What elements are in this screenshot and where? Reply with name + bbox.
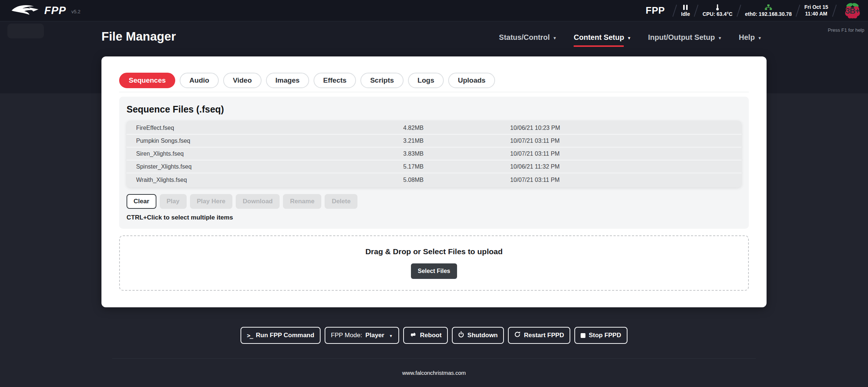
- chevron-down-icon: ▼: [758, 36, 762, 40]
- nav-menu-label: Help: [739, 33, 755, 42]
- stop-fppd-button[interactable]: Stop FPPD: [574, 327, 627, 344]
- tab[interactable]: Sequences: [119, 73, 175, 88]
- divider: [796, 4, 800, 17]
- file-size: 5.08MB: [403, 177, 510, 183]
- file-size: 3.83MB: [403, 151, 510, 157]
- pause-icon: [683, 4, 688, 10]
- select-files-button[interactable]: Select Files: [411, 263, 457, 279]
- page-title: File Manager: [101, 30, 176, 44]
- pi-model-label: 3B+: [842, 6, 863, 16]
- action-button[interactable]: Delete: [325, 194, 357, 209]
- falcon-logo-icon: [10, 3, 41, 18]
- hostname-label: FPP: [646, 5, 665, 16]
- nav-menu-item[interactable]: Help ▼: [739, 33, 762, 42]
- file-size: 3.21MB: [403, 138, 510, 144]
- fpp-mode-value: Player: [366, 332, 384, 339]
- tab[interactable]: Scripts: [360, 73, 403, 88]
- main-menu: Status/Control ▼ Content Setup ▼ Input/O…: [499, 33, 762, 42]
- chevron-down-icon: ▼: [389, 334, 393, 338]
- footer-divider: [112, 358, 756, 359]
- file-date: 10/07/21 03:11 PM: [510, 138, 741, 144]
- power-icon: [458, 331, 464, 339]
- run-fpp-command-label: Run FPP Command: [256, 332, 314, 339]
- action-button[interactable]: Play Here: [190, 194, 233, 209]
- tab[interactable]: Video: [223, 73, 261, 88]
- brand-group[interactable]: FPP v5.2: [10, 3, 80, 18]
- shutdown-button[interactable]: Shutdown: [452, 327, 504, 344]
- file-size: 4.82MB: [403, 125, 510, 131]
- table-row[interactable]: Wraith_Xlights.fseq 5.08MB 10/07/21 03:1…: [127, 173, 741, 186]
- network-icon: [765, 4, 772, 10]
- chevron-down-icon: ▼: [627, 36, 631, 40]
- terminal-icon: >_: [247, 332, 252, 339]
- dropzone-heading: Drag & Drop or Select Files to upload: [365, 247, 502, 256]
- multi-select-hint: CTRL+Click to select multiple items: [127, 214, 741, 221]
- table-row[interactable]: Pumpkin Songs.fseq 3.21MB 10/07/21 03:11…: [127, 135, 741, 148]
- file-date: 10/07/21 03:11 PM: [510, 151, 741, 157]
- file-name: Pumpkin Songs.fseq: [127, 138, 403, 144]
- site-link[interactable]: www.falconchristmas.com: [0, 370, 868, 376]
- action-button[interactable]: Rename: [283, 194, 321, 209]
- file-type-tabs: Sequences Audio Video Images Effects Scr…: [119, 73, 749, 88]
- nav-menu-item[interactable]: Content Setup ▼: [574, 33, 631, 42]
- divider: [736, 4, 741, 17]
- stop-square-icon: [581, 333, 585, 338]
- nav-menu-item[interactable]: Input/Output Setup ▼: [648, 33, 722, 42]
- action-button[interactable]: Play: [160, 194, 187, 209]
- reboot-button[interactable]: Reboot: [403, 327, 448, 344]
- nav-menu-item[interactable]: Status/Control ▼: [499, 33, 557, 42]
- sequence-files-panel: Sequence Files (.fseq) FireEffect.fseq 4…: [119, 97, 749, 229]
- network-status: eth0: 192.168.30.78: [745, 4, 792, 17]
- nav-menu-label: Content Setup: [574, 33, 624, 42]
- file-manager-card: Sequences Audio Video Images Effects Scr…: [101, 56, 767, 307]
- hidden-skip-button[interactable]: [7, 24, 44, 38]
- reboot-label: Reboot: [420, 332, 442, 339]
- datetime-status: Fri Oct 15 11:40 AM: [804, 4, 828, 17]
- panel-heading: Sequence Files (.fseq): [127, 104, 741, 115]
- fpp-mode-dropdown[interactable]: FPP Mode: Player ▼: [325, 327, 399, 344]
- shutdown-label: Shutdown: [467, 332, 498, 339]
- version-label: v5.2: [71, 9, 80, 14]
- thermometer-icon: [716, 4, 719, 10]
- tab[interactable]: Audio: [180, 73, 219, 88]
- date-label: Fri Oct 15: [804, 4, 828, 11]
- upload-dropzone[interactable]: Drag & Drop or Select Files to upload Se…: [119, 235, 749, 291]
- cpu-temp-label: CPU: 63.4°C: [702, 11, 732, 17]
- file-name: Wraith_Xlights.fseq: [127, 177, 403, 183]
- file-size: 5.17MB: [403, 163, 510, 170]
- table-row[interactable]: Spinster_Xlights.fseq 5.17MB 10/06/21 11…: [127, 160, 741, 173]
- restart-fppd-label: Restart FPPD: [524, 332, 564, 339]
- tabs-divider: [119, 92, 749, 92]
- repeat-icon: [409, 332, 417, 339]
- tab[interactable]: Effects: [314, 73, 356, 88]
- nav-menu-label: Input/Output Setup: [648, 33, 715, 42]
- time-label: 11:40 AM: [804, 11, 828, 17]
- stop-fppd-label: Stop FPPD: [589, 332, 621, 339]
- status-bar: FPP Idle CPU: 63.4°C: [646, 2, 863, 20]
- tab[interactable]: Images: [266, 73, 309, 88]
- tab[interactable]: Logs: [408, 73, 444, 88]
- restart-fppd-button[interactable]: Restart FPPD: [508, 327, 570, 344]
- chevron-down-icon: ▼: [553, 36, 557, 40]
- network-label: eth0: 192.168.30.78: [745, 11, 792, 17]
- refresh-icon: [514, 331, 521, 339]
- nav-menu-label: Status/Control: [499, 33, 550, 42]
- run-fpp-command-button[interactable]: >_ Run FPP Command: [241, 327, 321, 344]
- table-row[interactable]: FireEffect.fseq 4.82MB 10/06/21 10:23 PM: [127, 122, 741, 135]
- divider: [694, 4, 698, 17]
- file-date: 10/06/21 11:32 PM: [510, 163, 741, 170]
- action-button[interactable]: Clear: [127, 194, 156, 209]
- file-date: 10/06/21 10:23 PM: [510, 125, 741, 131]
- file-name: Siren_Xlights.fseq: [127, 151, 403, 157]
- file-table: FireEffect.fseq 4.82MB 10/06/21 10:23 PM…: [127, 121, 741, 187]
- file-name: FireEffect.fseq: [127, 125, 403, 131]
- table-row[interactable]: Siren_Xlights.fseq 3.83MB 10/07/21 03:11…: [127, 148, 741, 160]
- fpp-mode-label: FPP Mode:: [331, 332, 362, 339]
- tab[interactable]: Uploads: [448, 73, 495, 88]
- file-name: Spinster_Xlights.fseq: [127, 163, 403, 170]
- fpp-file-manager-page: FPP v5.2 FPP Idle CPU: 63.4°C: [0, 0, 868, 387]
- file-action-buttons: Clear Play Play Here Download Rename Del…: [127, 194, 741, 209]
- top-navbar: FPP v5.2 FPP Idle CPU: 63.4°C: [0, 0, 868, 21]
- action-button[interactable]: Download: [236, 194, 280, 209]
- brand-logo-text: FPP: [44, 4, 66, 17]
